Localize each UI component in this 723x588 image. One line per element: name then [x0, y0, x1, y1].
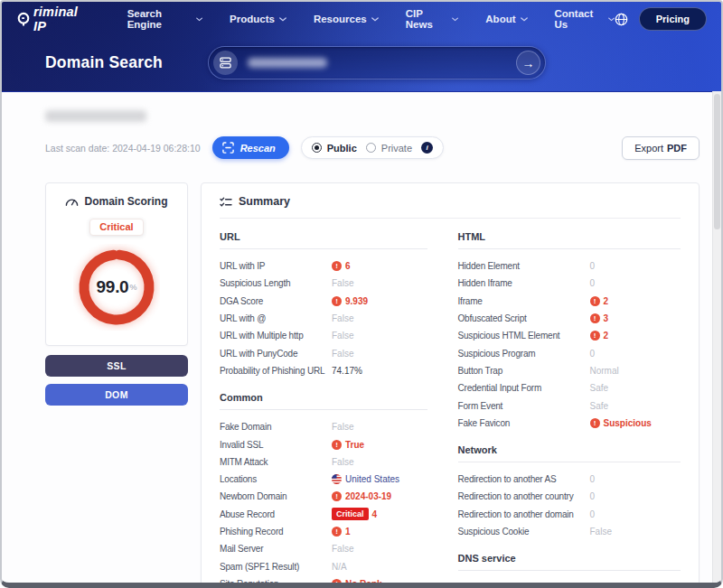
row-label: URL with Multiple http	[220, 331, 304, 341]
search-bar[interactable]: →	[208, 46, 546, 79]
row-label: MITM Attack	[220, 457, 268, 467]
summary-row: Form EventSafe	[458, 397, 681, 414]
nav-item-label: Search Engine	[127, 8, 192, 30]
pricing-button[interactable]: Pricing	[639, 7, 707, 31]
row-label: Hidden Iframe	[458, 278, 512, 288]
row-label: Hidden Element	[458, 261, 520, 271]
visibility-toggle: Public Private i	[301, 136, 444, 159]
nav-item-resources[interactable]: Resources	[314, 8, 379, 30]
rescan-button[interactable]: Rescan	[212, 136, 289, 159]
row-label: Suspicious Program	[458, 349, 536, 359]
rescan-label: Rescan	[240, 143, 276, 154]
row-value: United States	[332, 474, 399, 484]
nav-item-products[interactable]: Products	[230, 8, 286, 30]
public-label[interactable]: Public	[327, 143, 357, 154]
row-value: !2024-03-19	[332, 491, 391, 501]
search-query-redacted[interactable]	[248, 58, 327, 68]
results-area: Domain Scoring Critical 99.0 %	[45, 182, 700, 588]
language-globe-icon[interactable]	[615, 13, 628, 26]
row-value: !1	[332, 527, 351, 537]
row-value: 74.17%	[332, 366, 362, 376]
summary-row: Phishing Record!1	[220, 523, 427, 540]
summary-card: Summary URLURL with IP!6Suspicious Lengt…	[201, 182, 700, 588]
row-label: URL with @	[220, 313, 266, 323]
row-value: False	[332, 457, 353, 467]
row-value-text: 0	[590, 278, 596, 288]
scrollbar-thumb[interactable]	[714, 94, 720, 229]
row-value: 0	[590, 509, 596, 519]
row-value: Critical4	[332, 508, 377, 520]
speedometer-icon	[65, 196, 79, 207]
top-nav: riminal IP Search EngineProductsResource…	[2, 2, 721, 36]
row-value-text: 74.17%	[332, 366, 362, 376]
summary-row: Fake DomainFalse	[220, 418, 427, 435]
summary-row: Invalid SSL!True	[220, 435, 427, 453]
summary-row: Iframe!2	[458, 293, 681, 310]
warning-icon: !	[332, 261, 342, 271]
logo-text: riminal IP	[33, 5, 91, 33]
row-label: Invalid SSL	[220, 440, 263, 450]
row-value: False	[332, 544, 353, 554]
summary-row: Redirection to another country0	[458, 488, 681, 505]
row-value-text: 2	[604, 331, 609, 341]
nav-item-label: CIP News	[406, 8, 447, 30]
row-value: 0	[590, 491, 596, 501]
section-heading-network: Network	[458, 432, 681, 462]
private-radio[interactable]	[366, 143, 376, 153]
summary-row: Redirection to another AS0	[458, 471, 681, 488]
summary-title: Summary	[239, 195, 290, 208]
row-value: !2	[590, 296, 609, 306]
nav-item-cip-news[interactable]: CIP News	[406, 8, 459, 30]
row-value: False	[590, 527, 612, 537]
nav-item-contact-us[interactable]: Contact Us	[555, 8, 615, 30]
row-label: Newborn Domain	[220, 491, 286, 501]
row-value: False	[332, 349, 353, 359]
section-heading-dns-service: DNS service	[458, 540, 681, 571]
private-label[interactable]: Private	[381, 143, 412, 154]
row-value-text: 0	[590, 261, 596, 271]
summary-row: URL with Multiple httpFalse	[220, 327, 427, 344]
row-label: Iframe	[458, 296, 483, 306]
warning-icon: !	[590, 418, 600, 428]
vertical-scrollbar[interactable]	[712, 91, 721, 583]
search-type-icon[interactable]	[213, 51, 238, 75]
help-icon: ?	[491, 583, 501, 588]
row-value-text: 0	[590, 509, 596, 519]
public-radio[interactable]	[312, 143, 322, 153]
scan-toolbar: Last scan date: 2024-04-19 06:28:10 Resc…	[45, 135, 700, 160]
nav-item-label: Resources	[314, 14, 367, 24]
criminal-ip-logo[interactable]: riminal IP	[16, 5, 91, 33]
us-flag-icon	[332, 474, 342, 484]
summary-row: Suspicious LengthFalse	[220, 275, 427, 292]
summary-row: Button TrapNormal	[458, 362, 681, 379]
summary-row: Abuse RecordCritical4	[220, 506, 427, 523]
row-value-text: False	[332, 457, 353, 467]
row-label: URL with PunyCode	[220, 349, 297, 359]
summary-row: Hidden Element0	[458, 257, 681, 275]
row-value: Safe	[590, 383, 609, 393]
row-label: Suspicious Length	[220, 278, 290, 288]
row-value: False	[332, 313, 353, 323]
export-pdf-button[interactable]: Export PDF	[622, 136, 700, 160]
row-label: Redirection to another domain	[458, 509, 574, 519]
summary-row: Credential Input FormSafe	[458, 379, 681, 397]
domain-scoring-card: Domain Scoring Critical 99.0 %	[45, 182, 188, 346]
row-label: Real IP?	[458, 583, 501, 588]
nav-item-about[interactable]: About	[485, 8, 527, 30]
domain-search-hero: Domain Search →	[2, 36, 721, 92]
row-value-text: 0	[590, 491, 596, 501]
nav-item-search-engine[interactable]: Search Engine	[127, 8, 202, 30]
search-submit-button[interactable]: →	[516, 51, 540, 75]
dom-button[interactable]: DOM	[45, 384, 188, 406]
row-value-text: 2024-03-19	[345, 491, 391, 501]
row-value-text: 9.939	[345, 296, 368, 306]
summary-row: URL with IP!6	[220, 257, 427, 275]
ssl-button[interactable]: SSL	[45, 355, 188, 377]
warning-icon: !	[332, 296, 342, 306]
warning-icon: !	[332, 491, 342, 501]
row-value-text: False	[590, 527, 612, 537]
page-title: Domain Search	[45, 53, 163, 72]
row-value: Normal	[590, 366, 619, 376]
info-icon[interactable]: i	[421, 142, 433, 154]
summary-row: Site Reputation!No Rank	[220, 575, 427, 588]
